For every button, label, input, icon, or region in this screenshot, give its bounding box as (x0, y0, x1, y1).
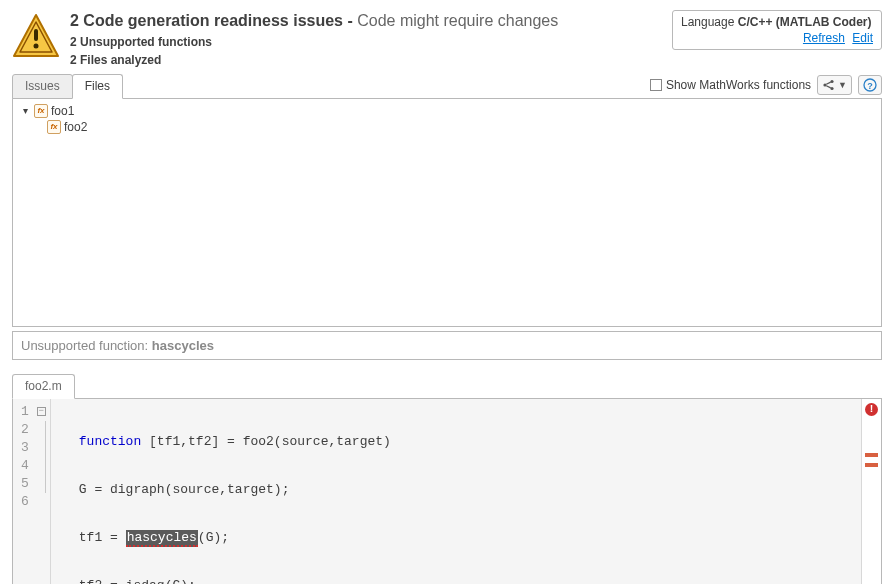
tab-issues[interactable]: Issues (12, 74, 73, 99)
editor-tab-bar: foo2.m (12, 374, 882, 399)
marker-strip: ! (861, 399, 881, 584)
tab-bar: Issues Files Show MathWorks functions ▼ … (12, 74, 882, 99)
warning-icon (12, 12, 60, 63)
tree-item-foo1[interactable]: ▾ fx foo1 (19, 103, 875, 119)
chevron-down-icon: ▼ (838, 80, 847, 90)
svg-line-7 (826, 82, 830, 84)
header-sub-analyzed: 2 Files analyzed (70, 52, 662, 68)
language-value: C/C++ (MATLAB Coder) (738, 15, 872, 29)
refresh-link[interactable]: Refresh (803, 31, 845, 45)
header-title: 2 Code generation readiness issues - Cod… (70, 10, 662, 68)
tree-item-label: foo1 (51, 104, 74, 118)
files-tree: ▾ fx foo1 fx foo2 (12, 99, 882, 327)
status-message: Unsupported function: hascycles (12, 331, 882, 360)
code-body[interactable]: function [tf1,tf2] = foo2(source,target)… (51, 399, 861, 584)
function-icon: fx (34, 104, 48, 118)
show-mathworks-checkbox[interactable]: Show MathWorks functions (650, 78, 811, 92)
fold-icon[interactable]: − (37, 407, 46, 416)
highlighted-hascycles: hascycles (126, 530, 198, 547)
error-indicator-icon[interactable]: ! (865, 403, 878, 416)
svg-line-8 (826, 86, 830, 88)
svg-rect-2 (34, 29, 38, 41)
code-line: function [tf1,tf2] = foo2(source,target) (79, 433, 855, 451)
edit-link[interactable]: Edit (852, 31, 873, 45)
line-marker[interactable] (865, 463, 878, 467)
line-marker[interactable] (865, 453, 878, 457)
function-icon: fx (47, 120, 61, 134)
show-mathworks-label: Show MathWorks functions (666, 78, 811, 92)
help-button[interactable]: ? (858, 75, 882, 95)
svg-text:?: ? (867, 80, 873, 90)
code-line: tf2 = isdag(G); (79, 577, 855, 584)
tree-item-foo2[interactable]: fx foo2 (19, 119, 875, 135)
language-label: Language (681, 15, 734, 29)
header-sub-unsupported: 2 Unsupported functions (70, 34, 662, 50)
svg-point-3 (34, 44, 39, 49)
tree-item-label: foo2 (64, 120, 87, 134)
editor-tab[interactable]: foo2.m (12, 374, 75, 399)
share-button[interactable]: ▼ (817, 75, 852, 95)
code-line: G = digraph(source,target); (79, 481, 855, 499)
code-editor[interactable]: 1− 2 3 4 5 6 function [tf1,tf2] = foo2(s… (12, 399, 882, 584)
chevron-down-icon[interactable]: ▾ (19, 105, 31, 116)
line-gutter: 1− 2 3 4 5 6 (13, 399, 51, 584)
language-box: Language C/C++ (MATLAB Coder) Refresh Ed… (672, 10, 882, 50)
tab-files[interactable]: Files (72, 74, 123, 99)
code-line: tf1 = hascycles(G); (79, 529, 855, 547)
